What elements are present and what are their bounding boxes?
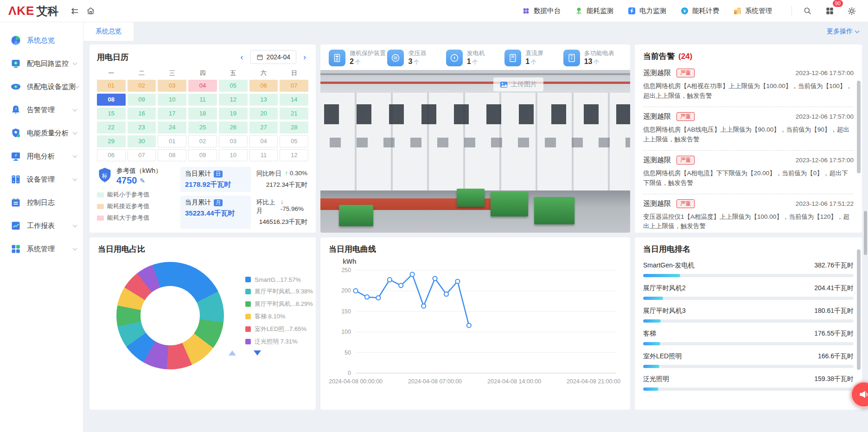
alarm-item[interactable]: 遥测越限严重2023-12-06 17:51:22变压器温控仪1【A相温度】上上… xyxy=(643,194,854,233)
calendar-day[interactable]: 26 xyxy=(219,121,248,133)
app-logo[interactable]: ΛKE 艾科 xyxy=(8,4,58,19)
calendar-day[interactable]: 01 xyxy=(158,135,186,147)
alarm-item[interactable]: 遥测越限严重2023-12-06 17:57:00信息网络机房【A相电流】下下限… xyxy=(643,151,854,194)
calendar-day[interactable]: 19 xyxy=(219,108,248,120)
usage-donut-chart[interactable] xyxy=(116,262,224,369)
calendar-day[interactable]: 01 xyxy=(97,80,126,92)
reference-shield-icon: 标 xyxy=(97,167,113,184)
calendar-day[interactable]: 05 xyxy=(219,80,248,92)
sidebar-item[interactable]: 控制日志 xyxy=(0,191,83,214)
ranking-scrollbar[interactable] xyxy=(857,249,861,370)
calendar-day[interactable]: 29 xyxy=(97,135,126,147)
calendar-day[interactable]: 24 xyxy=(158,121,186,133)
ranking-name: 展厅平时风机3 xyxy=(643,307,686,315)
calendar-day[interactable]: 06 xyxy=(97,149,126,161)
calendar-day[interactable]: 15 xyxy=(97,108,126,120)
sidebar-item[interactable]: 供配电设备监测 xyxy=(0,75,83,98)
calendar-day[interactable]: 12 xyxy=(280,149,308,161)
topnav-item[interactable]: 能耗监测 xyxy=(574,6,613,15)
collapse-sidebar-icon[interactable] xyxy=(67,3,83,19)
legend-swatch xyxy=(97,216,104,221)
sidebar-item[interactable]: 系统总览 xyxy=(0,29,83,52)
donut-legend-item[interactable]: 展厅平时风机...9.38% xyxy=(245,287,313,296)
yoy-label: 同比昨日 xyxy=(256,170,281,178)
sidebar-item[interactable]: 用电分析 xyxy=(0,145,83,168)
calendar-day[interactable]: 04 xyxy=(188,80,217,92)
calendar-day[interactable]: 17 xyxy=(158,108,186,120)
calendar-day[interactable]: 14 xyxy=(280,94,308,106)
calendar-day[interactable]: 10 xyxy=(219,149,248,161)
calendar-day[interactable]: 03 xyxy=(219,135,248,147)
alarm-item[interactable]: 遥测越限严重2023-12-06 17:57:00信息网络机房【AB线电压】上上… xyxy=(643,107,854,151)
donut-legend-item[interactable]: SmartG...17.57% xyxy=(245,276,313,283)
calendar-day[interactable]: 11 xyxy=(249,149,278,161)
calendar-day[interactable]: 16 xyxy=(128,108,156,120)
topnav-item[interactable]: 电力监测 xyxy=(627,6,666,15)
tab-system-overview[interactable]: 系统总览 xyxy=(83,22,134,41)
weekday-header: 日 xyxy=(280,69,308,78)
calendar-day[interactable]: 13 xyxy=(249,94,278,106)
legend-page-up-button[interactable] xyxy=(229,350,236,356)
prev-month-button[interactable]: ‹ xyxy=(238,52,246,62)
legend-page-down-button[interactable] xyxy=(254,350,261,356)
more-actions-link[interactable]: 更多操作 xyxy=(827,27,859,36)
calendar-day[interactable]: 30 xyxy=(128,135,156,147)
sidebar-item[interactable]: 电能质量分析 xyxy=(0,121,83,145)
pie-icon xyxy=(10,35,21,46)
calendar-day[interactable]: 11 xyxy=(188,94,217,106)
calendar-day[interactable]: 07 xyxy=(128,149,156,161)
calendar-day[interactable]: 04 xyxy=(249,135,278,147)
calendar-day[interactable]: 27 xyxy=(249,121,278,133)
alarm-item[interactable]: 遥测越限严重2023-12-06 17:57:00信息网络机房【A相视在功率】上… xyxy=(643,64,854,107)
sidebar-item[interactable]: 设备管理 xyxy=(0,168,83,191)
logo-text-red: ΛKE xyxy=(8,4,34,18)
legend-label: 室外LED照...7.65% xyxy=(255,325,306,333)
calendar-day[interactable]: 08 xyxy=(158,149,186,161)
calendar-day[interactable]: 03 xyxy=(158,80,186,92)
sidebar-item[interactable]: 系统管理 xyxy=(0,237,83,260)
upload-image-button[interactable]: 上传图片 xyxy=(493,77,543,91)
month-picker[interactable]: 2024-04 xyxy=(250,50,296,64)
edit-reference-icon[interactable]: ✎ xyxy=(140,177,146,184)
donut-legend-item[interactable]: 泛光照明 7.31% xyxy=(245,337,313,346)
calendar-day[interactable]: 02 xyxy=(128,80,156,92)
calendar-day[interactable]: 05 xyxy=(280,135,308,147)
eye-icon xyxy=(10,81,21,92)
topnav-item[interactable]: ¥能耗计费 xyxy=(680,6,719,15)
calendar-day[interactable]: 28 xyxy=(280,121,308,133)
calendar-day[interactable]: 09 xyxy=(128,94,156,106)
sidebar-item[interactable]: 配电回路监控 xyxy=(0,52,83,75)
topnav-item[interactable]: 系统管理 xyxy=(733,6,772,15)
calendar-day[interactable]: 25 xyxy=(188,121,217,133)
calendar-day[interactable]: 08 xyxy=(97,94,126,106)
sidebar-item[interactable]: 工作报表 xyxy=(0,214,83,237)
sidebar-item[interactable]: 告警管理 xyxy=(0,98,83,121)
home-icon[interactable] xyxy=(83,3,98,19)
page-scrollbar[interactable] xyxy=(864,211,867,255)
calendar-day[interactable]: 18 xyxy=(188,108,217,120)
chevron-down-icon xyxy=(73,246,77,250)
calendar-day[interactable]: 20 xyxy=(249,108,278,120)
calendar-day[interactable]: 23 xyxy=(128,121,156,133)
calendar-day[interactable]: 07 xyxy=(280,80,308,92)
ranking-item: 展厅平时风机3180.61千瓦时 xyxy=(643,307,854,323)
donut-legend-item[interactable]: 客梯 8.10% xyxy=(245,312,313,321)
search-icon[interactable] xyxy=(799,3,815,19)
calendar-day[interactable]: 09 xyxy=(188,149,217,161)
calendar-day[interactable]: 12 xyxy=(219,94,248,106)
donut-legend-item[interactable]: 室外LED照...7.65% xyxy=(245,325,313,333)
calendar-day[interactable]: 22 xyxy=(97,121,126,133)
settings-gear-icon[interactable] xyxy=(844,3,860,19)
calendar-day[interactable]: 21 xyxy=(280,108,308,120)
legend-swatch xyxy=(245,314,251,319)
calendar-day[interactable]: 10 xyxy=(158,94,186,106)
next-month-button[interactable]: › xyxy=(301,52,308,62)
calendar-day[interactable]: 02 xyxy=(188,135,217,147)
apps-grid-icon[interactable]: 90 xyxy=(822,3,837,19)
ranking-bar-fill xyxy=(643,274,680,277)
alarm-scrollbar[interactable] xyxy=(857,81,861,173)
usage-line-chart[interactable]: kWh0501001502002502024-04-08 00:00:00202… xyxy=(329,256,624,395)
topnav-item[interactable]: 数据中台 xyxy=(522,6,561,15)
calendar-day[interactable]: 06 xyxy=(249,80,278,92)
donut-legend-item[interactable]: 展厅平时风机...8.29% xyxy=(245,300,313,308)
